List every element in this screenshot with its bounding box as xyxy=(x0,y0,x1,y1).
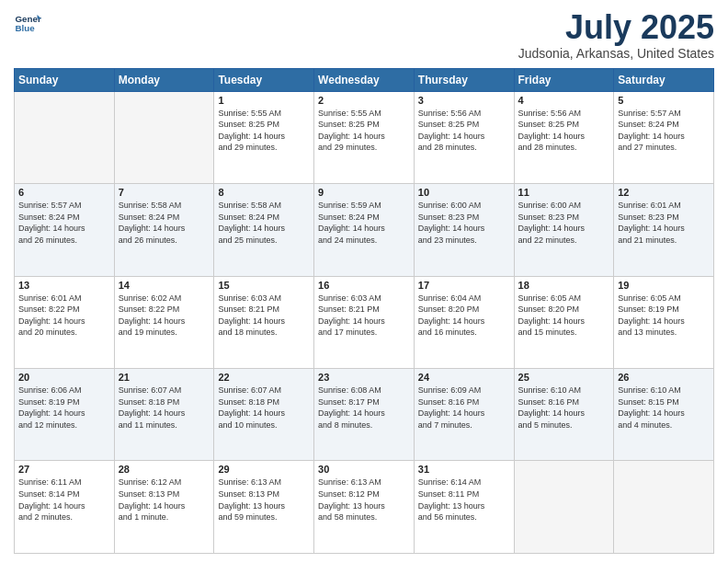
day-info: Sunrise: 5:58 AM Sunset: 8:24 PM Dayligh… xyxy=(119,200,210,246)
day-number: 15 xyxy=(218,280,310,291)
calendar-day-cell: 14Sunrise: 6:02 AM Sunset: 8:22 PM Dayli… xyxy=(114,276,214,368)
calendar-day-cell: 18Sunrise: 6:05 AM Sunset: 8:20 PM Dayli… xyxy=(514,276,614,368)
calendar-day-cell: 11Sunrise: 6:00 AM Sunset: 8:23 PM Dayli… xyxy=(514,184,614,276)
day-info: Sunrise: 5:56 AM Sunset: 8:25 PM Dayligh… xyxy=(418,108,510,154)
col-sunday: Sunday xyxy=(15,68,115,91)
day-number: 17 xyxy=(418,280,510,291)
day-number: 26 xyxy=(618,372,710,383)
calendar-day-cell: 8Sunrise: 5:58 AM Sunset: 8:24 PM Daylig… xyxy=(214,184,314,276)
day-number: 6 xyxy=(18,187,110,198)
day-number: 18 xyxy=(518,280,610,291)
day-info: Sunrise: 5:55 AM Sunset: 8:25 PM Dayligh… xyxy=(318,108,410,154)
calendar-day-cell: 3Sunrise: 5:56 AM Sunset: 8:25 PM Daylig… xyxy=(414,91,514,183)
calendar-day-cell: 10Sunrise: 6:00 AM Sunset: 8:23 PM Dayli… xyxy=(414,184,514,276)
day-info: Sunrise: 5:57 AM Sunset: 8:24 PM Dayligh… xyxy=(18,200,110,246)
day-number: 3 xyxy=(418,95,510,106)
calendar-day-cell: 4Sunrise: 5:56 AM Sunset: 8:25 PM Daylig… xyxy=(514,91,614,183)
col-saturday: Saturday xyxy=(614,68,714,91)
day-number: 20 xyxy=(18,372,110,383)
calendar-day-cell: 1Sunrise: 5:55 AM Sunset: 8:25 PM Daylig… xyxy=(214,91,314,183)
calendar-day-cell: 20Sunrise: 6:06 AM Sunset: 8:19 PM Dayli… xyxy=(15,369,115,461)
day-info: Sunrise: 5:55 AM Sunset: 8:25 PM Dayligh… xyxy=(218,108,310,154)
calendar-week-row: 6Sunrise: 5:57 AM Sunset: 8:24 PM Daylig… xyxy=(15,184,714,276)
day-number: 31 xyxy=(418,464,510,475)
calendar-day-cell xyxy=(15,91,115,183)
day-number: 21 xyxy=(119,372,210,383)
day-info: Sunrise: 5:58 AM Sunset: 8:24 PM Dayligh… xyxy=(218,200,310,246)
day-number: 23 xyxy=(318,372,410,383)
day-info: Sunrise: 6:06 AM Sunset: 8:19 PM Dayligh… xyxy=(18,385,110,431)
calendar-header-row: Sunday Monday Tuesday Wednesday Thursday… xyxy=(15,68,714,91)
calendar-day-cell: 19Sunrise: 6:05 AM Sunset: 8:19 PM Dayli… xyxy=(614,276,714,368)
day-info: Sunrise: 6:10 AM Sunset: 8:16 PM Dayligh… xyxy=(518,385,610,431)
day-number: 29 xyxy=(218,464,310,475)
logo-icon: General Blue xyxy=(14,9,41,37)
col-friday: Friday xyxy=(514,68,614,91)
col-thursday: Thursday xyxy=(414,68,514,91)
subtitle: Judsonia, Arkansas, United States xyxy=(518,46,714,61)
calendar-day-cell: 30Sunrise: 6:13 AM Sunset: 8:12 PM Dayli… xyxy=(314,461,415,554)
day-number: 19 xyxy=(618,280,710,291)
page: General Blue July 2025 Judsonia, Arkansa… xyxy=(0,0,728,563)
day-number: 1 xyxy=(218,95,310,106)
day-number: 25 xyxy=(518,372,610,383)
header: General Blue July 2025 Judsonia, Arkansa… xyxy=(14,9,714,61)
day-number: 12 xyxy=(618,187,710,198)
calendar-day-cell xyxy=(114,91,214,183)
day-info: Sunrise: 6:10 AM Sunset: 8:15 PM Dayligh… xyxy=(618,385,710,431)
calendar-day-cell: 26Sunrise: 6:10 AM Sunset: 8:15 PM Dayli… xyxy=(614,369,714,461)
day-info: Sunrise: 6:09 AM Sunset: 8:16 PM Dayligh… xyxy=(418,385,510,431)
calendar-day-cell: 9Sunrise: 5:59 AM Sunset: 8:24 PM Daylig… xyxy=(314,184,415,276)
day-number: 4 xyxy=(518,95,610,106)
day-number: 28 xyxy=(119,464,210,475)
day-info: Sunrise: 5:56 AM Sunset: 8:25 PM Dayligh… xyxy=(518,108,610,154)
day-info: Sunrise: 6:08 AM Sunset: 8:17 PM Dayligh… xyxy=(318,385,410,431)
day-number: 13 xyxy=(18,280,110,291)
calendar-day-cell: 17Sunrise: 6:04 AM Sunset: 8:20 PM Dayli… xyxy=(414,276,514,368)
day-info: Sunrise: 6:07 AM Sunset: 8:18 PM Dayligh… xyxy=(119,385,210,431)
day-info: Sunrise: 6:07 AM Sunset: 8:18 PM Dayligh… xyxy=(218,385,310,431)
day-number: 11 xyxy=(518,187,610,198)
title-block: July 2025 Judsonia, Arkansas, United Sta… xyxy=(518,9,714,61)
main-title: July 2025 xyxy=(518,9,714,46)
day-info: Sunrise: 6:14 AM Sunset: 8:11 PM Dayligh… xyxy=(418,477,510,523)
logo: General Blue xyxy=(14,9,41,37)
day-info: Sunrise: 6:03 AM Sunset: 8:21 PM Dayligh… xyxy=(318,293,410,339)
day-number: 10 xyxy=(418,187,510,198)
calendar-day-cell: 24Sunrise: 6:09 AM Sunset: 8:16 PM Dayli… xyxy=(414,369,514,461)
day-info: Sunrise: 6:00 AM Sunset: 8:23 PM Dayligh… xyxy=(418,200,510,246)
calendar-day-cell: 15Sunrise: 6:03 AM Sunset: 8:21 PM Dayli… xyxy=(214,276,314,368)
day-number: 14 xyxy=(119,280,210,291)
calendar-day-cell: 7Sunrise: 5:58 AM Sunset: 8:24 PM Daylig… xyxy=(114,184,214,276)
day-info: Sunrise: 6:00 AM Sunset: 8:23 PM Dayligh… xyxy=(518,200,610,246)
calendar-day-cell: 23Sunrise: 6:08 AM Sunset: 8:17 PM Dayli… xyxy=(314,369,415,461)
day-number: 27 xyxy=(18,464,110,475)
calendar-day-cell: 31Sunrise: 6:14 AM Sunset: 8:11 PM Dayli… xyxy=(414,461,514,554)
day-info: Sunrise: 6:05 AM Sunset: 8:20 PM Dayligh… xyxy=(518,293,610,339)
day-number: 2 xyxy=(318,95,410,106)
calendar-day-cell: 29Sunrise: 6:13 AM Sunset: 8:13 PM Dayli… xyxy=(214,461,314,554)
day-info: Sunrise: 6:13 AM Sunset: 8:12 PM Dayligh… xyxy=(318,477,410,523)
day-number: 9 xyxy=(318,187,410,198)
svg-text:Blue: Blue xyxy=(16,23,36,33)
calendar-table: Sunday Monday Tuesday Wednesday Thursday… xyxy=(14,68,714,554)
calendar-day-cell: 22Sunrise: 6:07 AM Sunset: 8:18 PM Dayli… xyxy=(214,369,314,461)
calendar-day-cell: 5Sunrise: 5:57 AM Sunset: 8:24 PM Daylig… xyxy=(614,91,714,183)
calendar-week-row: 13Sunrise: 6:01 AM Sunset: 8:22 PM Dayli… xyxy=(15,276,714,368)
col-tuesday: Tuesday xyxy=(214,68,314,91)
calendar-day-cell: 25Sunrise: 6:10 AM Sunset: 8:16 PM Dayli… xyxy=(514,369,614,461)
calendar-day-cell xyxy=(514,461,614,554)
calendar-day-cell: 16Sunrise: 6:03 AM Sunset: 8:21 PM Dayli… xyxy=(314,276,415,368)
calendar-week-row: 1Sunrise: 5:55 AM Sunset: 8:25 PM Daylig… xyxy=(15,91,714,183)
day-info: Sunrise: 6:12 AM Sunset: 8:13 PM Dayligh… xyxy=(119,477,210,523)
calendar-week-row: 27Sunrise: 6:11 AM Sunset: 8:14 PM Dayli… xyxy=(15,461,714,554)
calendar-week-row: 20Sunrise: 6:06 AM Sunset: 8:19 PM Dayli… xyxy=(15,369,714,461)
calendar-day-cell: 2Sunrise: 5:55 AM Sunset: 8:25 PM Daylig… xyxy=(314,91,415,183)
day-number: 30 xyxy=(318,464,410,475)
day-number: 8 xyxy=(218,187,310,198)
calendar-day-cell xyxy=(614,461,714,554)
day-number: 7 xyxy=(119,187,210,198)
day-info: Sunrise: 6:03 AM Sunset: 8:21 PM Dayligh… xyxy=(218,293,310,339)
col-wednesday: Wednesday xyxy=(314,68,415,91)
day-number: 16 xyxy=(318,280,410,291)
